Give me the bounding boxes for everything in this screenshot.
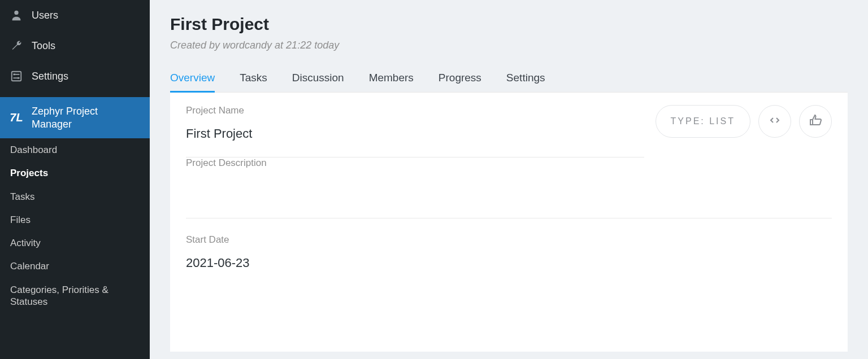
sidebar-item-tools[interactable]: Tools bbox=[0, 30, 150, 61]
sidebar-sub-tasks[interactable]: Tasks bbox=[0, 185, 150, 208]
tab-discussion[interactable]: Discussion bbox=[292, 72, 344, 92]
svg-point-0 bbox=[14, 11, 18, 15]
field-value: First Project bbox=[186, 126, 644, 157]
tab-progress[interactable]: Progress bbox=[439, 72, 481, 92]
card-actions: TYPE: LIST bbox=[656, 105, 832, 138]
field-label: Project Description bbox=[186, 157, 832, 169]
like-button[interactable] bbox=[799, 105, 832, 138]
sidebar-sub-activity[interactable]: Activity bbox=[0, 231, 150, 255]
main-content: First Project Created by wordcandy at 21… bbox=[150, 0, 868, 359]
svg-rect-3 bbox=[18, 77, 20, 79]
type-pill[interactable]: TYPE: LIST bbox=[656, 105, 750, 138]
project-tabs: Overview Tasks Discussion Members Progre… bbox=[170, 72, 848, 92]
zephyr-logo-icon: 7L bbox=[9, 111, 24, 125]
field-label: Start Date bbox=[186, 234, 832, 246]
field-value bbox=[186, 179, 832, 218]
sidebar-sub-files[interactable]: Files bbox=[0, 208, 150, 231]
field-project-description: Project Description bbox=[186, 157, 832, 218]
field-label: Project Name bbox=[186, 105, 644, 116]
user-icon bbox=[9, 8, 24, 23]
sidebar-item-zephyr[interactable]: 7L Zephyr Project Manager bbox=[0, 97, 150, 138]
field-start-date: Start Date 2021-06-23 bbox=[186, 234, 832, 286]
sidebar-sub-categories[interactable]: Categories, Priorities & Statuses bbox=[0, 278, 150, 314]
sidebar-sub-dashboard[interactable]: Dashboard bbox=[0, 138, 150, 161]
sidebar-item-label: Tools bbox=[32, 40, 55, 52]
sidebar-item-label: Users bbox=[32, 9, 58, 22]
embed-code-button[interactable] bbox=[758, 105, 791, 138]
sidebar-sub-projects[interactable]: Projects bbox=[0, 161, 150, 185]
svg-rect-2 bbox=[14, 73, 16, 75]
page-title: First Project bbox=[170, 15, 848, 34]
sidebar-item-label: Settings bbox=[32, 70, 68, 83]
field-project-name: Project Name First Project bbox=[186, 105, 644, 157]
sidebar-item-label: Zephyr Project Manager bbox=[32, 105, 140, 130]
page-subtitle: Created by wordcandy at 21:22 today bbox=[170, 40, 848, 51]
overview-card: Project Name First Project TYPE: LIST Pr bbox=[170, 92, 848, 352]
sidebar-sub-calendar[interactable]: Calendar bbox=[0, 255, 150, 278]
tab-members[interactable]: Members bbox=[369, 72, 414, 92]
sidebar-item-settings[interactable]: Settings bbox=[0, 61, 150, 91]
svg-rect-1 bbox=[12, 72, 21, 81]
tab-tasks[interactable]: Tasks bbox=[240, 72, 267, 92]
sliders-icon bbox=[9, 69, 24, 84]
tab-overview[interactable]: Overview bbox=[170, 72, 215, 92]
sidebar-item-users[interactable]: Users bbox=[0, 0, 150, 30]
thumbs-up-icon bbox=[809, 113, 822, 129]
tab-settings[interactable]: Settings bbox=[506, 72, 545, 92]
code-icon bbox=[768, 113, 782, 129]
field-value: 2021-06-23 bbox=[186, 256, 832, 286]
wrench-icon bbox=[9, 38, 24, 53]
admin-sidebar: Users Tools Settings 7L Zephyr Project M… bbox=[0, 0, 150, 359]
